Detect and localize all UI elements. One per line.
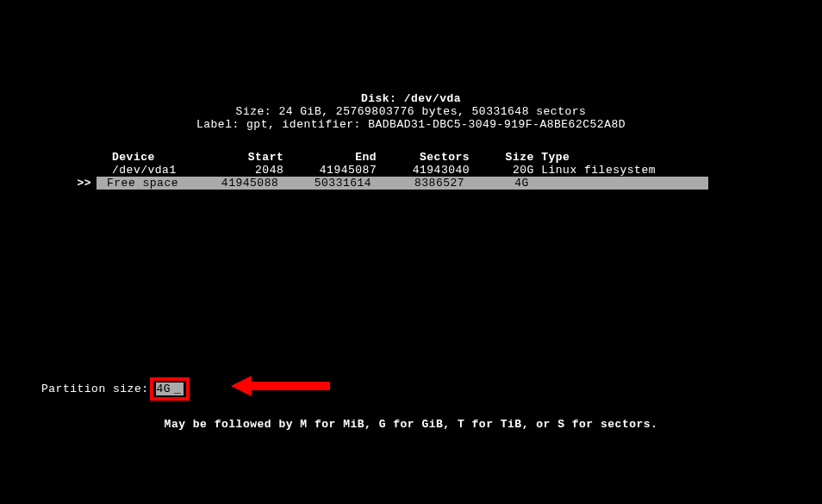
disk-size-line: Size: 24 GiB, 25769803776 bytes, 5033164… [0,106,822,119]
disk-title: Disk: /dev/vda [0,93,822,106]
table-header: Device Start End Sectors Size Type [0,151,822,164]
table-row[interactable]: /dev/vda1 2048 41945087 41943040 20G Lin… [0,164,822,177]
disk-label-line: Label: gpt, identifier: BADBAD31-DBC5-30… [0,119,822,132]
partition-size-label: Partition size: [41,383,149,395]
partition-size-prompt: Partition size: 4G_ [41,377,190,401]
size-hint: May be followed by M for MiB, G for GiB,… [0,418,822,431]
svg-marker-0 [231,376,330,396]
partition-table: Device Start End Sectors Size Type /dev/… [0,151,822,190]
table-row-selected[interactable]: >> Free space 41945088 50331614 8386527 … [0,177,822,190]
partition-size-input[interactable]: 4G_ [150,377,190,401]
arrow-annotation-icon [231,374,334,398]
disk-header: Disk: /dev/vda Size: 24 GiB, 25769803776… [0,0,822,132]
row-selector-icon: >> [0,177,97,190]
